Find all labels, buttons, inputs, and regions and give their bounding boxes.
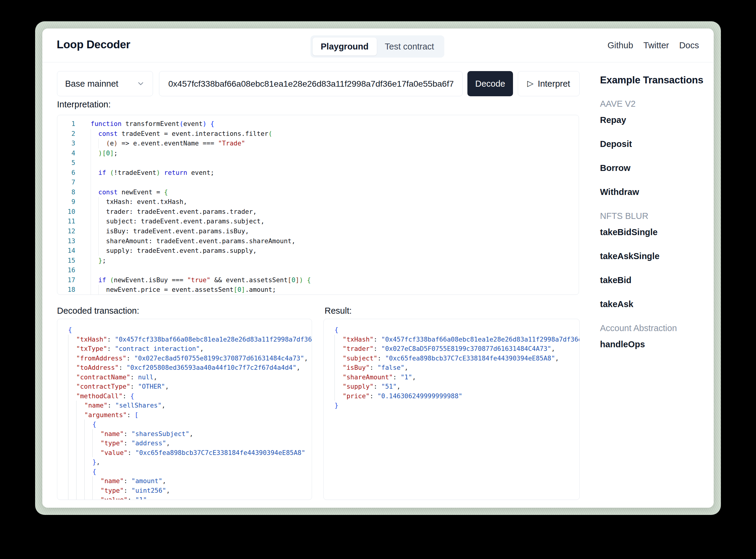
tab-playground[interactable]: Playground [313, 38, 377, 55]
code-line: "shareAmount": "1", [334, 373, 579, 382]
play-icon: ▷ [527, 79, 534, 88]
example-takebidsingle[interactable]: takeBidSingle [600, 227, 708, 238]
example-withdraw[interactable]: Withdraw [600, 186, 708, 197]
line-number: 17 [57, 275, 81, 285]
example-repay[interactable]: Repay [600, 115, 708, 125]
code-line: "txHash": "0x457fcf338baf66a08ebc81ea1e2… [68, 335, 312, 344]
code-line: "type": "address", [68, 439, 312, 448]
line-number: 2 [57, 129, 81, 139]
indent-guide [92, 486, 101, 495]
app-card: Loop Decoder Playground Test contract Gi… [42, 28, 714, 508]
code-line: 11subject: tradeEvent.event.params.subje… [57, 217, 579, 226]
indent-guide [334, 382, 342, 392]
code-line: 9txHash: event.txHash, [57, 197, 579, 207]
indent-guide [91, 285, 98, 295]
code-line: 17if (newEvent.isBuy === "true" && event… [57, 275, 579, 285]
code-line: "methodCall": { [68, 392, 312, 401]
example-group-nfts-blur: NFTS BLUR takeBidSingle takeAskSingle ta… [600, 210, 708, 310]
line-number: 11 [57, 217, 81, 226]
indent-guide [98, 217, 106, 226]
indent-guide [84, 439, 92, 448]
code-line: 8const newEvent = { [57, 187, 579, 197]
indent-guide [91, 275, 98, 285]
code-line: 13shareAmount: tradeEvent.event.params.s… [57, 236, 579, 246]
code-line: { [68, 325, 312, 335]
line-number: 12 [57, 226, 81, 236]
indent-guide [92, 439, 101, 448]
indent-guide [68, 354, 76, 363]
chevron-down-icon [136, 80, 145, 88]
indent-guide [76, 476, 84, 486]
indent-guide [334, 392, 342, 401]
indent-guide [68, 401, 76, 410]
group-label-nfts-blur: NFTS BLUR [600, 210, 708, 221]
indent-guide [68, 410, 76, 420]
indent-guide [91, 207, 98, 217]
indent-guide [84, 486, 92, 495]
indent-guide [76, 410, 84, 420]
header-links: Github Twitter Docs [607, 28, 699, 62]
code-editor[interactable]: 1function transformEvent(event) {2const … [57, 115, 579, 295]
code-line: "name": "amount", [68, 476, 312, 486]
code-line: "fromAddress": "0x027ec8ad5f0755e8199c37… [68, 354, 312, 363]
code-line: 2const tradeEvent = event.interactions.f… [57, 129, 579, 139]
interpret-label: Interpret [538, 79, 570, 89]
code-line: 7 [57, 178, 579, 187]
code-line: 3(e) => e.event.eventName === "Trade" [57, 138, 579, 149]
indent-guide [92, 448, 101, 457]
twitter-link[interactable]: Twitter [644, 41, 669, 50]
indent-guide [68, 476, 76, 486]
code-line: "txHash": "0x457fcf338baf66a08ebc81ea1e2… [334, 335, 579, 344]
interpret-button[interactable]: ▷ Interpret [518, 71, 580, 96]
result-json[interactable]: {"txHash": "0x457fcf338baf66a08ebc81ea1e… [324, 319, 580, 500]
indent-guide [98, 236, 106, 246]
indent-guide [334, 373, 342, 382]
indent-guide [91, 246, 98, 256]
indent-guide [98, 226, 106, 236]
indent-guide [91, 138, 98, 149]
code-line: 12isBuy: tradeEvent.event.params.isBuy, [57, 226, 579, 236]
code-line: "name": "sharesSubject", [68, 429, 312, 439]
example-takeask[interactable]: takeAsk [600, 299, 708, 310]
decoded-transaction-json[interactable]: {"txHash": "0x457fcf338baf66a08ebc81ea1e… [57, 319, 312, 500]
line-number: 7 [57, 178, 81, 187]
indent-guide [68, 429, 76, 439]
indent-guide [76, 429, 84, 439]
indent-guide [91, 129, 98, 139]
tx-hash-input[interactable] [159, 71, 463, 96]
example-handleops[interactable]: handleOps [600, 339, 708, 350]
example-takeasksingle[interactable]: takeAskSingle [600, 251, 708, 262]
line-number: 8 [57, 187, 81, 197]
examples-sidebar: Example Transactions AAVE V2 Repay Depos… [600, 74, 708, 363]
indent-guide [91, 236, 98, 246]
group-label-aave-v2: AAVE V2 [600, 98, 708, 109]
indent-guide [98, 285, 106, 295]
code-line: "value": "0xc65fea898bcb37C7cE338184fe44… [68, 448, 312, 457]
line-number: 1 [57, 119, 81, 129]
network-select[interactable]: Base mainnet [57, 71, 153, 96]
indent-guide [98, 138, 106, 149]
code-line: "price": "0.146306249999999988" [334, 392, 579, 401]
github-link[interactable]: Github [607, 41, 633, 50]
example-borrow[interactable]: Borrow [600, 162, 708, 173]
code-line: "arguments": [ [68, 410, 312, 420]
code-line: 18newEvent.price = event.assetsSent[0].a… [57, 285, 579, 295]
example-deposit[interactable]: Deposit [600, 138, 708, 149]
decode-button[interactable]: Decode [467, 71, 513, 96]
indent-guide [68, 392, 76, 401]
network-select-value: Base mainnet [65, 79, 118, 89]
group-label-account-abstraction: Account Abstraction [600, 323, 708, 334]
indent-guide [91, 217, 98, 226]
code-line: { [334, 325, 579, 335]
example-takebid[interactable]: takeBid [600, 275, 708, 286]
code-line: "subject": "0xc65fea898bcb37C7cE338184fe… [334, 354, 579, 363]
code-line: }, [68, 457, 312, 467]
window-frame: Loop Decoder Playground Test contract Gi… [35, 21, 721, 515]
docs-link[interactable]: Docs [679, 41, 699, 50]
code-line: 5 [57, 158, 579, 168]
code-line: 6if (!tradeEvent) return event; [57, 168, 579, 178]
interpretation-label: Interpretation: [57, 99, 111, 109]
tab-test-contract[interactable]: Test contract [377, 38, 442, 55]
indent-guide [84, 448, 92, 457]
indent-guide [91, 187, 98, 197]
